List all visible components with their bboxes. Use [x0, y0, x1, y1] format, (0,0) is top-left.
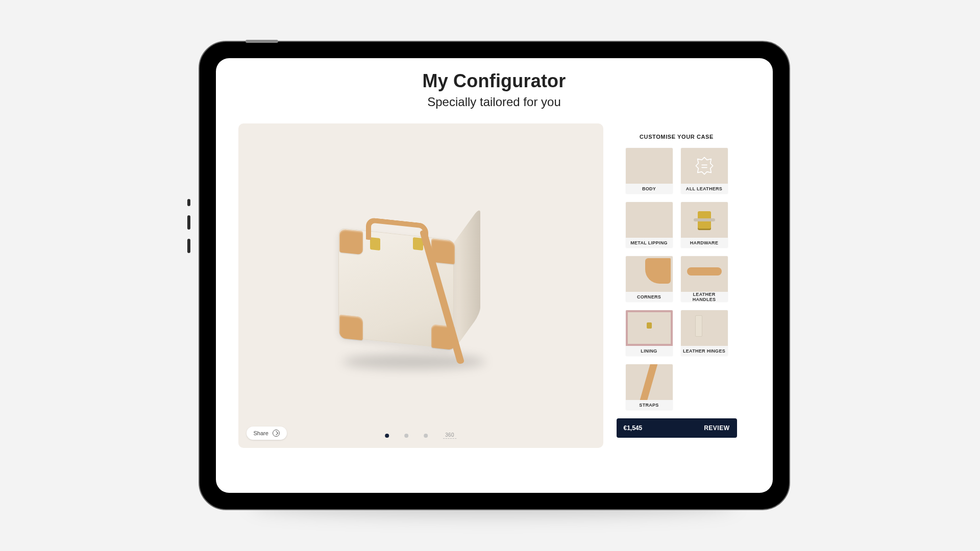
review-bar[interactable]: €1,545 REVIEW — [617, 418, 737, 438]
header: My Configurator Specially tailored for y… — [216, 58, 773, 116]
option-leather-hinges[interactable]: LEATHER HINGES — [681, 310, 728, 356]
option-leather-handles-label: LEATHER HANDLES — [681, 292, 728, 302]
tablet-top-speaker — [246, 40, 278, 43]
page-title: My Configurator — [216, 70, 773, 92]
share-button[interactable]: Share — [247, 427, 287, 440]
app-screen: My Configurator Specially tailored for y… — [216, 58, 773, 493]
option-leather-hinges-label: LEATHER HINGES — [681, 346, 728, 356]
option-body-thumb — [626, 148, 673, 184]
option-leather-handles[interactable]: LEATHER HANDLES — [681, 256, 728, 302]
option-straps-label: STRAPS — [626, 400, 673, 410]
option-hardware-thumb — [681, 202, 728, 238]
view-360-button[interactable]: 360 — [443, 432, 456, 439]
share-label: Share — [254, 430, 268, 436]
option-corners[interactable]: CORNERS — [626, 256, 673, 302]
main-area: Share 360 CUSTOMISE YOUR CASE — [216, 116, 773, 463]
option-corners-label: CORNERS — [626, 292, 673, 302]
option-metal-lipping[interactable]: METAL LIPPING — [626, 202, 673, 248]
option-lining-label: LINING — [626, 346, 673, 356]
option-corners-thumb — [626, 256, 673, 292]
option-lining-thumb — [626, 310, 673, 346]
page-subtitle: Specially tailored for you — [216, 95, 773, 109]
option-leather-handles-thumb — [681, 256, 728, 292]
option-straps[interactable]: STRAPS — [626, 364, 673, 410]
option-leather-hinges-thumb — [681, 310, 728, 346]
preview-pagination: 360 — [385, 432, 456, 439]
tablet-frame: My Configurator Specially tailored for y… — [190, 41, 790, 510]
review-button-label: REVIEW — [704, 424, 729, 432]
option-hardware[interactable]: HARDWARE — [681, 202, 728, 248]
option-all-leathers-label: ALL LEATHERS — [681, 184, 728, 194]
option-hardware-label: HARDWARE — [681, 238, 728, 248]
option-metal-lipping-label: METAL LIPPING — [626, 238, 673, 248]
option-straps-thumb — [626, 364, 673, 400]
price-value: €1,545 — [624, 424, 643, 432]
product-preview-panel[interactable]: Share 360 — [238, 123, 603, 448]
product-suitcase-illustration — [338, 240, 492, 349]
pagination-dot-1[interactable] — [385, 434, 389, 438]
pagination-dot-3[interactable] — [424, 434, 428, 438]
option-all-leathers-thumb — [681, 148, 728, 184]
leather-hide-icon — [694, 156, 715, 176]
customise-panel: CUSTOMISE YOUR CASE BODY — [603, 123, 750, 448]
option-body[interactable]: BODY — [626, 148, 673, 194]
customise-options-grid: BODY ALL LEATHERS — [617, 148, 737, 410]
pagination-dot-2[interactable] — [404, 434, 408, 438]
share-icon — [273, 430, 280, 437]
option-metal-lipping-thumb — [626, 202, 673, 238]
option-all-leathers[interactable]: ALL LEATHERS — [681, 148, 728, 194]
customise-panel-title: CUSTOMISE YOUR CASE — [617, 134, 737, 140]
tablet-side-buttons — [187, 199, 190, 253]
option-lining[interactable]: LINING — [626, 310, 673, 356]
option-body-label: BODY — [626, 184, 673, 194]
